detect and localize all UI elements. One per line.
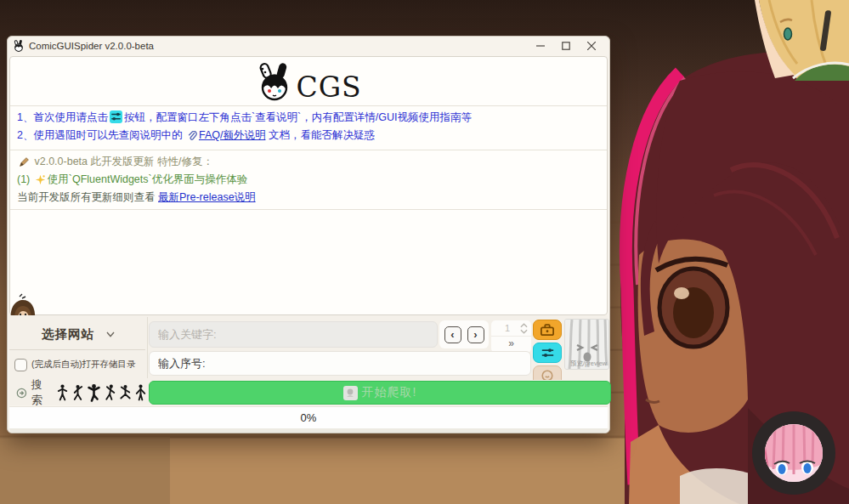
progress-bar: 0%	[9, 406, 608, 428]
prerelease-link[interactable]: 最新Pre-release说明	[158, 191, 256, 203]
dancer-icon	[119, 383, 132, 402]
dancer-icon	[87, 383, 101, 402]
close-button[interactable]	[579, 37, 604, 54]
instruction-line-2: 2、使用遇阻时可以先查阅说明中的 FAQ/额外说明 文档，看能否解决疑惑	[10, 127, 607, 145]
divider	[9, 349, 145, 350]
divider	[10, 105, 607, 106]
page-spinner: 1 »	[491, 320, 531, 353]
cgs-bunny-logo-icon	[255, 62, 294, 101]
dancer-icon	[56, 383, 69, 402]
action-row: 搜索 开始爬取!	[9, 380, 608, 405]
preview-thumbnail[interactable]: 预览/preview	[564, 319, 609, 370]
keyword-input[interactable]	[149, 321, 438, 348]
divider	[10, 209, 607, 210]
window-footer	[9, 428, 608, 433]
search-group: 搜索	[9, 377, 147, 408]
start-button-label: 开始爬取!	[362, 385, 417, 400]
logo-text: CGS	[296, 73, 361, 101]
paperclip-icon	[187, 130, 197, 145]
maximize-button[interactable]	[553, 37, 579, 54]
divider	[147, 317, 148, 378]
companion-avatar[interactable]	[751, 410, 836, 495]
expand-button[interactable]: »	[491, 337, 531, 351]
close-icon	[587, 42, 596, 50]
window-title: ComicGUISpider v2.0.0-beta	[29, 41, 154, 51]
pencil-icon	[19, 156, 30, 172]
site-select-label: 选择网站	[42, 326, 94, 343]
desktop: ComicGUISpider v2.0.0-beta	[0, 0, 849, 504]
dancer-icon	[71, 383, 84, 402]
changelog-item-1: (1) 使用`QFluentWidgets`优化界面与操作体验	[10, 172, 607, 190]
auto-open-checkbox-row[interactable]: (完成后自动)打开存储目录	[14, 354, 136, 375]
settings-sliders-icon	[110, 110, 122, 127]
title-bar: ComicGUISpider v2.0.0-beta	[8, 37, 609, 55]
app-icon	[13, 40, 25, 52]
spin-down-icon[interactable]	[520, 329, 528, 334]
index-input[interactable]	[149, 351, 531, 376]
preview-caption: 预览/preview	[570, 360, 607, 368]
config-button[interactable]	[533, 343, 562, 363]
app-window: ComicGUISpider v2.0.0-beta	[7, 36, 610, 433]
start-button-icon	[343, 386, 358, 400]
spin-value: 1	[495, 323, 520, 333]
changelog-header: v2.0.0-beta 此开发版更新 特性/修复：	[10, 154, 607, 172]
dancing-figures	[56, 383, 147, 402]
page-nav: ‹ ›	[439, 320, 489, 348]
sparkles-icon	[35, 174, 46, 190]
chevron-down-icon	[106, 331, 115, 337]
refresh-go-icon[interactable]	[16, 387, 27, 399]
sliders-icon	[541, 347, 555, 360]
next-page-button[interactable]: ›	[467, 326, 484, 343]
maximize-icon	[562, 42, 570, 50]
spin-up-icon[interactable]	[520, 323, 528, 328]
faq-link[interactable]: FAQ/额外说明	[185, 129, 265, 141]
start-crawl-button[interactable]: 开始爬取!	[149, 381, 611, 405]
progress-percent: 0%	[301, 411, 317, 424]
minimize-icon	[536, 42, 545, 50]
changelog-footer: 当前开发版所有更新细则查看 最新Pre-release说明	[10, 190, 607, 205]
site-select-dropdown[interactable]: 选择网站	[11, 320, 145, 348]
checkbox-label: (完成后自动)打开存储目录	[31, 359, 136, 371]
minimize-button[interactable]	[528, 37, 553, 54]
checkbox[interactable]	[14, 359, 27, 371]
dancer-icon	[134, 383, 147, 402]
toolbox-button[interactable]	[533, 320, 562, 340]
dancer-icon	[104, 383, 116, 402]
search-label: 搜索	[31, 377, 50, 408]
readme-panel: CGS 1、首次使用请点击按钮，配置窗口左下角点击`查看说明`，内有配置详情/G…	[9, 56, 608, 315]
divider	[10, 150, 607, 150]
instruction-line-1: 1、首次使用请点击按钮，配置窗口左下角点击`查看说明`，内有配置详情/GUI视频…	[10, 110, 607, 127]
briefcase-icon	[540, 323, 555, 337]
prev-page-button[interactable]: ‹	[444, 326, 461, 343]
logo-row: CGS	[10, 62, 607, 101]
